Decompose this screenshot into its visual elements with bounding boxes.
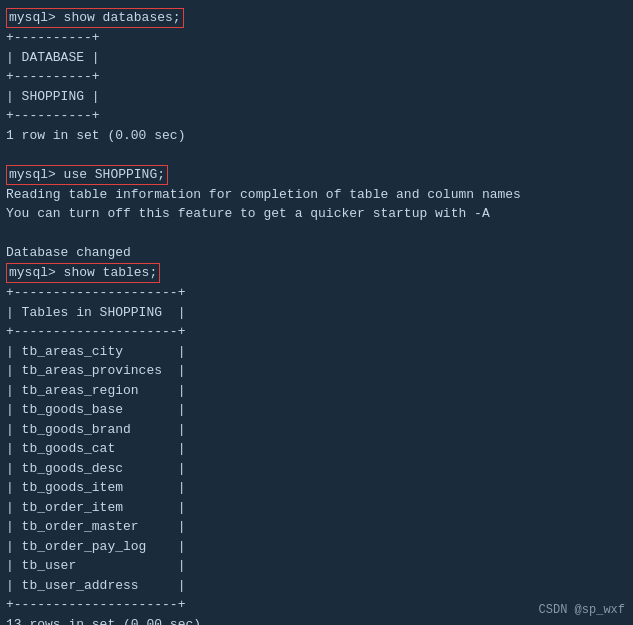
data-line: | tb_order_item | — [6, 498, 627, 518]
info-line: You can turn off this feature to get a q… — [6, 204, 627, 224]
command-line: mysql> use SHOPPING; — [6, 165, 168, 185]
info-line: 13 rows in set (0.00 sec) — [6, 615, 627, 625]
info-line: Reading table information for completion… — [6, 185, 627, 205]
data-line: | tb_order_pay_log | — [6, 537, 627, 557]
data-line: | tb_user | — [6, 556, 627, 576]
empty-line — [6, 145, 627, 165]
data-line: | tb_goods_cat | — [6, 439, 627, 459]
data-line: | tb_goods_desc | — [6, 459, 627, 479]
data-line: | tb_goods_base | — [6, 400, 627, 420]
data-line: | Tables in SHOPPING | — [6, 303, 627, 323]
watermark: CSDN @sp_wxf — [539, 603, 625, 617]
data-line: | tb_goods_brand | — [6, 420, 627, 440]
separator-line: +---------------------+ — [6, 595, 627, 615]
separator-line: +----------+ — [6, 67, 627, 87]
separator-line: +---------------------+ — [6, 322, 627, 342]
data-line: | tb_goods_item | — [6, 478, 627, 498]
info-line: Database changed — [6, 243, 627, 263]
command-line: mysql> show tables; — [6, 263, 160, 283]
terminal: mysql> show databases;+----------+| DATA… — [6, 8, 627, 625]
command-line: mysql> show databases; — [6, 8, 184, 28]
info-line: 1 row in set (0.00 sec) — [6, 126, 627, 146]
data-line: | tb_order_master | — [6, 517, 627, 537]
separator-line: +---------------------+ — [6, 283, 627, 303]
data-line: | tb_areas_provinces | — [6, 361, 627, 381]
data-line: | DATABASE | — [6, 48, 627, 68]
separator-line: +----------+ — [6, 28, 627, 48]
data-line: | SHOPPING | — [6, 87, 627, 107]
data-line: | tb_user_address | — [6, 576, 627, 596]
separator-line: +----------+ — [6, 106, 627, 126]
data-line: | tb_areas_region | — [6, 381, 627, 401]
empty-line — [6, 224, 627, 244]
data-line: | tb_areas_city | — [6, 342, 627, 362]
